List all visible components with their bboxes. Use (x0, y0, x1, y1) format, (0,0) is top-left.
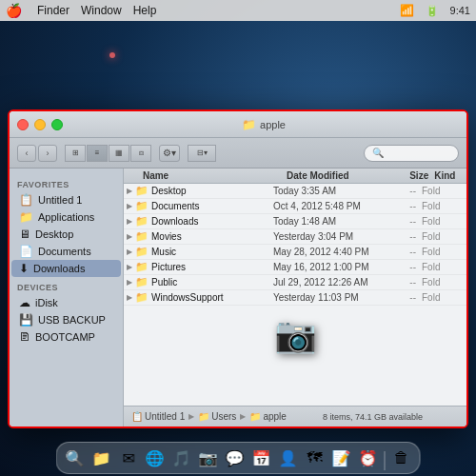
dock-separator (385, 451, 386, 470)
col-name[interactable]: Name (135, 170, 287, 181)
table-row[interactable]: ▶ 📁Movies Yesterday 3:04 PM -- Fold (124, 229, 466, 245)
file-date: May 16, 2012 1:00 PM (273, 262, 378, 272)
apple-menu-icon[interactable]: 🍎 (6, 3, 22, 18)
battery-icon: 🔋 (426, 5, 439, 17)
status-info: 8 items, 74.1 GB available (287, 412, 459, 422)
file-kind: Fold (416, 262, 464, 272)
sidebar-item-label: Downloads (33, 263, 85, 274)
dock-item-finder[interactable]: 🔍 (63, 446, 88, 470)
table-row[interactable]: ▶ 📁WindowsSupport Yesterday 11:03 PM -- … (124, 290, 466, 306)
sidebar-item-desktop[interactable]: 🖥 Desktop (11, 226, 121, 243)
folder-icon: 📁 (135, 246, 149, 258)
sidebar-item-downloads[interactable]: ⬇ Downloads (11, 260, 121, 277)
file-date: Yesterday 3:04 PM (273, 231, 378, 242)
status-path-untitled[interactable]: 📋 Untitled 1 (131, 411, 185, 422)
dock-item-mail[interactable]: ✉ (116, 446, 141, 470)
table-row[interactable]: ▶ 📁Documents Oct 4, 2012 5:48 PM -- Fold (124, 199, 466, 214)
sidebar-idisk-icon: ☁ (19, 296, 30, 309)
file-size: -- (378, 262, 416, 272)
menu-window[interactable]: Window (81, 4, 122, 17)
dock-item-messages[interactable]: 💬 (223, 446, 248, 470)
icon-view-button[interactable]: ⊞ (65, 145, 86, 162)
expand-arrow: ▶ (124, 248, 135, 256)
table-row[interactable]: ▶ 📁Downloads Today 1:48 AM -- Fold (124, 214, 466, 229)
back-button[interactable]: ‹ (17, 145, 36, 162)
status-path-apple[interactable]: 📁 apple (249, 411, 286, 422)
list-view-button[interactable]: ≡ (87, 145, 108, 162)
table-row[interactable]: ▶ 📁Public Jul 29, 2012 12:26 AM -- Fold (124, 275, 466, 290)
col-size[interactable]: Size (390, 170, 428, 181)
file-size: -- (378, 216, 416, 227)
dock-item-reminders[interactable]: ⏰ (356, 446, 381, 470)
favorites-header: FAVORITES (10, 178, 123, 191)
sidebar-untitled-icon: 📋 (19, 193, 33, 207)
dock-item-contacts[interactable]: 👤 (276, 446, 301, 470)
dock-item-files[interactable]: 📁 (89, 446, 114, 470)
sidebar-item-usb-backup[interactable]: 💾 USB BACKUP (11, 311, 121, 328)
dock-item-calendar[interactable]: 📅 (249, 446, 274, 470)
folder-icon: 📁 (135, 200, 149, 212)
folder-icon: 📁 (135, 276, 149, 288)
window-title: apple (260, 119, 286, 130)
status-bar: 📋 Untitled 1 ▶ 📁 Users ▶ 📁 apple 8 items… (124, 406, 466, 426)
path-icon: 📁 (249, 411, 261, 422)
dock-item-maps[interactable]: 🗺 (303, 446, 327, 470)
dock-item-notes[interactable]: 📝 (329, 446, 354, 470)
sidebar: FAVORITES 📋 Untitled 1 📁 Applications 🖥 … (10, 169, 124, 426)
file-kind: Fold (416, 292, 464, 303)
nav-buttons: ‹ › (17, 145, 57, 162)
file-list-area: Name Date Modified Size Kind ▶ 📁Desktop … (124, 169, 466, 426)
camera-device-area: 📷 (124, 306, 466, 365)
file-list: ▶ 📁Desktop Today 3:35 AM -- Fold ▶ 📁Docu… (124, 184, 466, 406)
title-folder-icon: 📁 (242, 118, 256, 131)
sidebar-item-documents[interactable]: 📄 Documents (11, 243, 121, 260)
sidebar-item-label: Documents (38, 246, 91, 257)
path-icon: 📁 (198, 411, 209, 422)
col-kind[interactable]: Kind (428, 170, 466, 181)
minimize-button[interactable] (34, 119, 46, 130)
file-list-header: Name Date Modified Size Kind (124, 169, 466, 184)
file-name-label: Pictures (151, 262, 186, 272)
file-kind: Fold (416, 247, 464, 257)
path-sep: ▶ (188, 412, 194, 421)
sidebar-desktop-icon: 🖥 (19, 228, 30, 241)
desktop-decoration (109, 52, 115, 58)
table-row[interactable]: ▶ 📁Music May 28, 2012 4:40 PM -- Fold (124, 245, 466, 260)
table-row[interactable]: ▶ 📁Desktop Today 3:35 AM -- Fold (124, 184, 466, 199)
expand-arrow: ▶ (124, 278, 135, 287)
menu-help[interactable]: Help (133, 4, 157, 17)
file-name-label: Documents (151, 201, 200, 211)
table-row[interactable]: ▶ 📁Pictures May 16, 2012 1:00 PM -- Fold (124, 260, 466, 275)
sidebar-item-untitled[interactable]: 📋 Untitled 1 (11, 191, 121, 208)
dock-item-itunes[interactable]: 🎵 (169, 446, 194, 470)
search-input[interactable] (364, 145, 459, 162)
file-size: -- (378, 231, 416, 242)
sidebar-item-bootcamp[interactable]: 🖹 BOOTCAMP (11, 328, 121, 346)
action-button[interactable]: ⚙▾ (159, 145, 180, 162)
camera-icon: 📷 (274, 315, 317, 355)
dock-item-trash[interactable]: 🗑 (389, 446, 414, 470)
sidebar-item-applications[interactable]: 📁 Applications (11, 208, 121, 226)
folder-icon: 📁 (135, 215, 149, 228)
path-label: apple (263, 411, 286, 422)
maximize-button[interactable] (51, 119, 63, 130)
close-button[interactable] (17, 119, 29, 130)
column-view-button[interactable]: ▦ (109, 145, 129, 162)
file-size: -- (378, 292, 416, 303)
file-kind: Fold (416, 186, 464, 196)
arrange-button[interactable]: ⊟▾ (188, 145, 216, 162)
menu-finder[interactable]: Finder (37, 4, 69, 17)
sidebar-item-idisk[interactable]: ☁ iDisk (11, 294, 121, 311)
finder-window: 📁 apple ‹ › ⊞ ≡ ▦ ⧈ ⚙▾ ⊟▾ FAVORITES 📋 Un… (8, 109, 468, 428)
file-name-label: Public (151, 277, 177, 288)
forward-button[interactable]: › (38, 145, 57, 162)
file-date: Oct 4, 2012 5:48 PM (273, 201, 378, 211)
sidebar-downloads-icon: ⬇ (19, 262, 29, 275)
expand-arrow: ▶ (124, 202, 135, 210)
col-date[interactable]: Date Modified (287, 170, 390, 181)
status-path-users[interactable]: 📁 Users (198, 411, 236, 422)
dock-item-safari[interactable]: 🌐 (143, 446, 168, 470)
dock-item-photos[interactable]: 📷 (196, 446, 221, 470)
sidebar-item-label: USB BACKUP (38, 314, 106, 326)
coverflow-view-button[interactable]: ⧈ (130, 145, 151, 162)
